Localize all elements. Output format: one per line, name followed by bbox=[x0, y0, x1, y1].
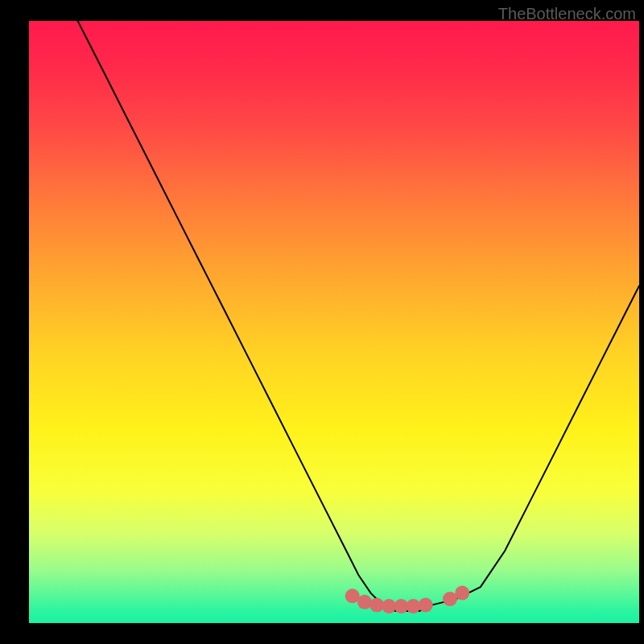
bottleneck-marker bbox=[455, 586, 469, 601]
frame-border-bottom bbox=[0, 623, 644, 644]
bottleneck-curve-line bbox=[78, 21, 639, 611]
chart-svg bbox=[29, 21, 639, 623]
chart-plot-area bbox=[29, 21, 639, 623]
frame-border-right bbox=[639, 0, 644, 644]
frame-border-left bbox=[0, 0, 29, 644]
bottleneck-marker bbox=[407, 599, 421, 613]
watermark-text: TheBottleneck.com bbox=[498, 5, 636, 23]
bottleneck-marker bbox=[357, 595, 372, 609]
bottleneck-marker bbox=[419, 598, 433, 613]
bottleneck-markers bbox=[345, 586, 470, 614]
